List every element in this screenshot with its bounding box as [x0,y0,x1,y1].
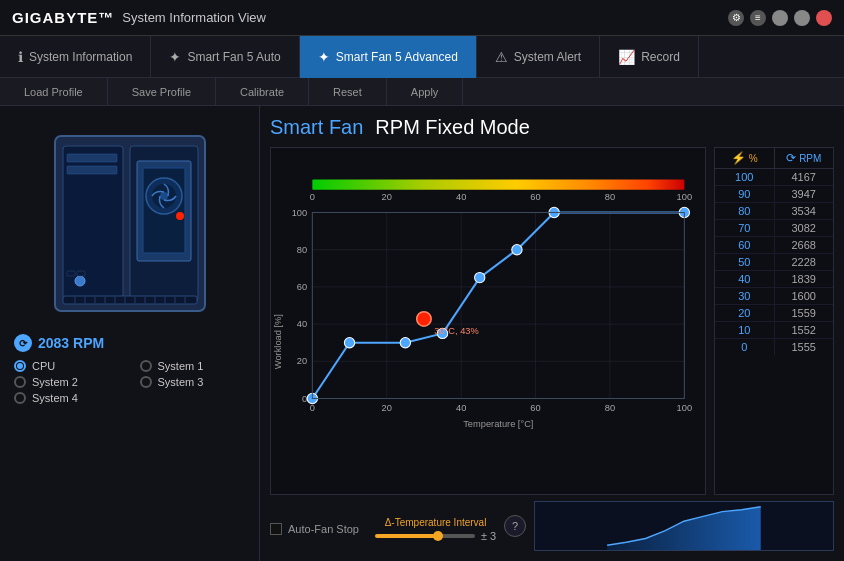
svg-text:20: 20 [382,192,392,202]
rpm-row: 0 1555 [715,339,833,355]
svg-point-66 [512,245,522,255]
radio-system2[interactable] [14,376,26,388]
rpm-cell-pct: 40 [715,271,775,287]
save-profile-btn[interactable]: Save Profile [108,78,216,106]
svg-text:0: 0 [310,192,315,202]
rpm-cell-pct: 10 [715,322,775,338]
fan-source-system3[interactable]: System 3 [140,376,250,388]
load-profile-btn[interactable]: Load Profile [0,78,108,106]
tab-smart-fan-auto[interactable]: ✦ Smart Fan 5 Auto [151,36,299,78]
rpm-cell-val: 2228 [775,254,834,270]
chart-table-row: 0 20 40 60 80 100 Workload [%] [270,147,834,495]
svg-rect-15 [63,296,197,304]
rpm-cell-pct: 60 [715,237,775,253]
svg-text:40: 40 [456,403,466,413]
svg-rect-10 [67,166,117,174]
tab-smart-fan-advanced-label: Smart Fan 5 Advanced [336,50,458,64]
rpm-cell-val: 4167 [775,169,834,185]
reset-btn[interactable]: Reset [309,78,387,106]
help-button[interactable]: ? [504,515,526,537]
tab-record[interactable]: 📈 Record [600,36,699,78]
rpm-table-header: ⚡ % ⟳ RPM [715,148,833,169]
rpm-val-header: ⟳ RPM [775,148,834,168]
svg-text:60: 60 [530,403,540,413]
svg-rect-9 [67,154,117,162]
svg-point-8 [176,212,184,220]
tab-system-alert[interactable]: ⚠ System Alert [477,36,600,78]
mini-graph-svg [535,502,833,550]
radio-system3[interactable] [140,376,152,388]
fan-source-system2[interactable]: System 2 [14,376,124,388]
rpm-cell-pct: 20 [715,305,775,321]
sf-title: Smart Fan [270,116,363,139]
close-btn[interactable] [816,10,832,26]
fan-source-system1[interactable]: System 1 [140,360,250,372]
radio-cpu[interactable] [14,360,26,372]
minimize-btn[interactable] [772,10,788,26]
apply-btn[interactable]: Apply [387,78,464,106]
temp-interval-slider[interactable] [375,534,475,538]
chart-svg: 0 20 40 60 80 100 Workload [%] [271,148,705,494]
svg-text:20: 20 [297,356,307,366]
slider-thumb[interactable] [433,531,443,541]
temp-interval-label: Δ-Temperature Interval [375,517,496,528]
fan-rpm-icon: ⟳ [14,334,32,352]
fan-source-cpu[interactable]: CPU [14,360,124,372]
bottom-controls: Auto-Fan Stop Δ-Temperature Interval ± 3 [270,517,496,542]
tab-system-alert-label: System Alert [514,50,581,64]
tab-smart-fan-advanced[interactable]: ✦ Smart Fan 5 Advanced [300,36,477,78]
svg-text:80: 80 [297,245,307,255]
rpm-row: 80 3534 [715,203,833,220]
settings-btn[interactable]: ⚙ [728,10,744,26]
calibrate-btn[interactable]: Calibrate [216,78,309,106]
rpm-row: 50 2228 [715,254,833,271]
rpm-rows-container: 100 4167 90 3947 80 3534 70 3082 60 2668… [715,169,833,355]
maximize-btn[interactable] [794,10,810,26]
radio-system1[interactable] [140,360,152,372]
sf-mode: RPM Fixed Mode [375,116,530,139]
svg-point-62 [344,338,354,348]
svg-text:Temperature [°C]: Temperature [°C] [463,419,533,429]
tab-system-info-label: System Information [29,50,132,64]
fan-auto-icon: ✦ [169,49,181,65]
record-icon: 📈 [618,49,635,65]
fan-source-system4-label: System 4 [32,392,78,404]
svg-text:Workload [%]: Workload [%] [273,314,283,369]
rpm-cell-val: 1839 [775,271,834,287]
title-bar: GIGABYTE™ System Information View ⚙ ≡ [0,0,844,36]
radio-system4[interactable] [14,392,26,404]
fan-source-cpu-label: CPU [32,360,55,372]
tab-record-label: Record [641,50,680,64]
svg-point-12 [75,276,85,286]
fan-advanced-icon: ✦ [318,49,330,65]
tab-system-info[interactable]: ℹ System Information [0,36,151,78]
rpm-table: ⚡ % ⟳ RPM 100 4167 90 3947 80 3534 70 30… [714,147,834,495]
svg-rect-28 [312,179,684,189]
interval-value: ± 3 [481,530,496,542]
svg-text:100: 100 [292,208,308,218]
svg-text:30°C, 43%: 30°C, 43% [434,326,478,336]
fan-source-system4[interactable]: System 4 [14,392,124,404]
chart-area[interactable]: 0 20 40 60 80 100 Workload [%] [270,147,706,495]
app-title: System Information View [122,10,266,25]
rpm-row: 60 2668 [715,237,833,254]
svg-text:80: 80 [605,192,615,202]
svg-rect-71 [312,213,684,399]
fan-source-system2-label: System 2 [32,376,78,388]
svg-text:100: 100 [677,192,693,202]
rpm-cell-val: 1555 [775,339,834,355]
pc-case-illustration [25,116,235,326]
rpm-pct-label: % [749,153,758,164]
rpm-cell-val: 3947 [775,186,834,202]
right-section: Smart Fan RPM Fixed Mode [260,106,844,561]
toolbar: Load Profile Save Profile Calibrate Rese… [0,78,844,106]
list-btn[interactable]: ≡ [750,10,766,26]
window-controls: ⚙ ≡ [728,10,832,26]
rpm-cell-pct: 100 [715,169,775,185]
title-bar-left: GIGABYTE™ System Information View [12,9,266,26]
pc-case-svg [25,116,235,326]
svg-text:80: 80 [605,403,615,413]
auto-fan-stop-label: Auto-Fan Stop [288,523,359,535]
auto-fan-stop-checkbox[interactable] [270,523,282,535]
rpm-cell-val: 2668 [775,237,834,253]
